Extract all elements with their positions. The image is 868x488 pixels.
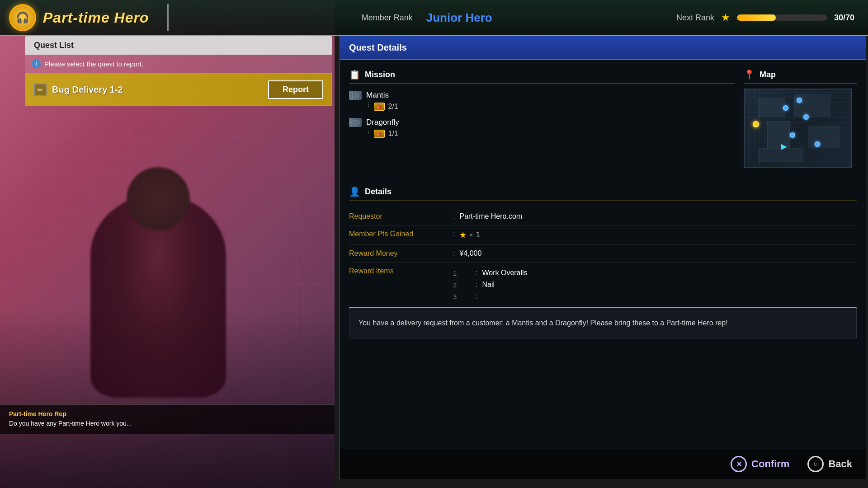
quest-item-name: Bug Delivery 1-2 — [52, 84, 123, 95]
mission-section-title: Mission — [365, 70, 395, 80]
pts-value: ★ × 1 — [459, 230, 480, 240]
reward-num-2: 2 — [453, 281, 467, 289]
confirm-button-icon: ✕ — [731, 456, 747, 472]
chest-icon-mantis: 🎒 — [374, 103, 385, 111]
mission-item-name-mantis: Mantis — [349, 91, 735, 100]
member-rank-label: Member Rank — [362, 13, 413, 23]
confirm-button[interactable]: ✕ Confirm — [731, 456, 789, 472]
quest-list-header: Quest List — [25, 36, 332, 55]
member-rank-area: Member Rank Junior Hero — [178, 11, 676, 25]
reward-item-1: 1 : Work Overalls — [448, 267, 528, 279]
mantis-count: └ 🎒 2/1 — [349, 103, 735, 111]
pts-times-icon: × — [469, 231, 473, 239]
requestor-label: Requestor — [349, 212, 448, 221]
map-column: 📍 Map — [744, 69, 857, 168]
description-text: You have a delivery request from a custo… — [359, 319, 728, 327]
map-container: ▶ — [744, 89, 852, 168]
quest-list-notice-text: Please select the quest to report. — [44, 60, 143, 68]
left-panel: Quest List i Please select the quest to … — [25, 36, 332, 106]
pts-star-icon: ★ — [459, 230, 467, 240]
pts-number: 1 — [476, 231, 480, 239]
quest-list-notice: i Please select the quest to report. — [25, 55, 332, 73]
top-header: 🎧 Part-time Hero Member Rank Junior Hero… — [0, 0, 868, 36]
money-label: Reward Money — [349, 249, 448, 258]
back-button-icon: ○ — [807, 456, 824, 472]
right-panel-inner: Quest Details 📋 Mission — [340, 36, 866, 479]
map-arrow: ▶ — [781, 141, 787, 151]
right-panel: Quest Details 📋 Mission — [339, 36, 866, 479]
map-dot-5 — [815, 141, 820, 147]
reward-name-2: Nail — [482, 281, 495, 289]
logo-icon: 🎧 — [9, 4, 36, 31]
map-dot-4 — [790, 132, 795, 138]
money-value: ¥4,000 — [459, 249, 481, 258]
logo-title: Part-time Hero — [43, 9, 149, 26]
chest-icon-dragonfly: 🎒 — [374, 130, 385, 138]
mission-and-map: 📋 Mission Mant — [340, 60, 866, 168]
report-button[interactable]: Report — [268, 80, 323, 99]
logo-area: 🎧 Part-time Hero — [0, 4, 158, 31]
details-row-requestor: Requestor : Part-time Hero.com — [349, 208, 857, 225]
subtitle-text: Do you have any Part-time Hero work you.… — [9, 419, 330, 428]
mantis-name: Mantis — [366, 91, 389, 100]
details-row-pts: Member Pts Gained : ★ × 1 — [349, 225, 857, 245]
subtitle-speaker: Part-time Hero Rep — [9, 410, 330, 418]
map-player-dot — [753, 121, 759, 127]
section-separator — [340, 177, 866, 177]
mission-section-header: 📋 Mission — [349, 69, 735, 84]
reward-num-3: 3 — [453, 293, 467, 300]
map-section-title: Map — [760, 70, 776, 80]
next-rank-label: Next Rank — [676, 13, 714, 23]
map-dot-3 — [803, 114, 809, 120]
reward-colon-2: : — [476, 281, 477, 289]
mission-item-name-dragonfly: Dragonfly — [349, 118, 735, 127]
mission-icon: 📋 — [349, 69, 360, 80]
requestor-colon: : — [453, 212, 455, 221]
corner-icon-dragonfly: └ — [366, 131, 370, 137]
member-rank-value: Junior Hero — [426, 11, 492, 25]
reward-name-1: Work Overalls — [482, 269, 527, 277]
quest-item-icon: ✏ — [34, 84, 47, 96]
map-dot-1 — [797, 98, 802, 103]
next-rank-progress-bar — [737, 14, 827, 21]
details-row-money: Reward Money : ¥4,000 — [349, 245, 857, 263]
next-rank-area: Next Rank ★ 30/70 — [676, 12, 868, 23]
next-rank-count: 30/70 — [834, 13, 854, 23]
dragonfly-count-value: 1/1 — [388, 130, 398, 138]
quest-details-header: Quest Details — [340, 36, 866, 60]
details-grid: Requestor : Part-time Hero.com Member Pt… — [349, 208, 857, 307]
mission-item-dragonfly: Dragonfly └ 🎒 1/1 — [349, 118, 735, 138]
map-dot-2 — [783, 105, 788, 111]
requestor-value: Part-time Hero.com — [459, 212, 522, 221]
next-rank-star-icon: ★ — [721, 12, 730, 23]
corner-icon-mantis: └ — [366, 103, 370, 110]
logo-icon-glyph: 🎧 — [16, 11, 29, 24]
info-icon: i — [32, 59, 41, 68]
reward-colon-3: : — [476, 292, 477, 300]
mantis-count-value: 2/1 — [388, 103, 398, 111]
quest-item[interactable]: ✏ Bug Delivery 1-2 Report — [25, 73, 332, 106]
header-divider — [167, 4, 169, 31]
details-section-header: 👤 Details — [349, 186, 857, 201]
dragonfly-icon — [349, 118, 362, 127]
map-struct-1 — [758, 99, 785, 117]
pts-colon: : — [453, 230, 455, 238]
back-button-label: Back — [828, 458, 852, 470]
dragonfly-name: Dragonfly — [366, 118, 399, 127]
pts-label: Member Pts Gained — [349, 230, 448, 238]
bottom-buttons: ✕ Confirm ○ Back — [340, 449, 866, 479]
reward-num-1: 1 — [453, 269, 467, 277]
mission-column: 📋 Mission Mant — [349, 69, 735, 168]
items-label: Reward Items — [349, 267, 448, 275]
details-section-title: Details — [365, 187, 392, 197]
quest-item-left: ✏ Bug Delivery 1-2 — [34, 84, 123, 96]
reward-colon-1: : — [476, 269, 477, 277]
dragonfly-count: └ 🎒 1/1 — [349, 130, 735, 138]
confirm-button-label: Confirm — [751, 458, 789, 470]
details-row-items: Reward Items 1 : Work Overalls 2 : Nail — [349, 263, 857, 307]
details-icon: 👤 — [349, 186, 360, 197]
subtitle-bar: Part-time Hero Rep Do you have any Part-… — [0, 404, 335, 434]
mission-item-mantis: Mantis └ 🎒 2/1 — [349, 91, 735, 111]
description-box: You have a delivery request from a custo… — [349, 307, 857, 338]
back-button[interactable]: ○ Back — [807, 456, 852, 472]
